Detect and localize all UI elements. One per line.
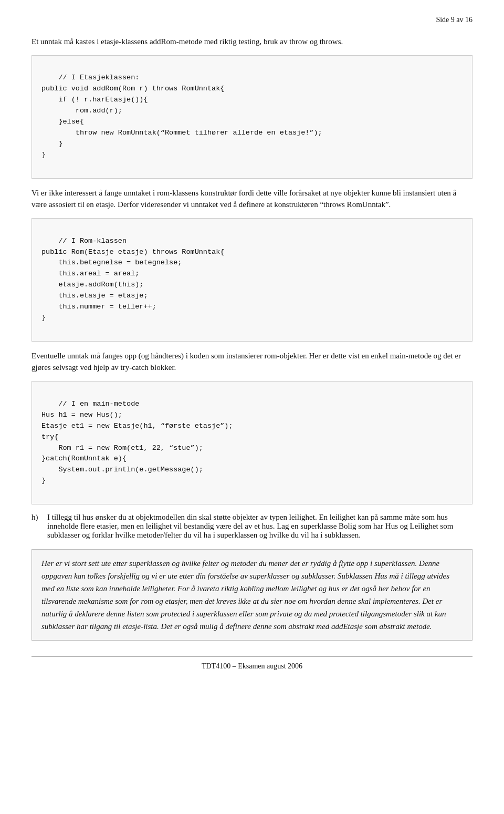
paragraph-2-text: Vi er ikke interessert å fange unntaket … [32, 189, 456, 209]
code-text-1: // I Etasjeklassen: public void addRom(R… [41, 74, 322, 158]
footer: TDT4100 – Eksamen august 2006 [32, 656, 472, 671]
code-block-2: // I Rom-klassen public Rom(Etasje etasj… [32, 218, 472, 342]
page: Side 9 av 16 Et unntak må kastes i etasj… [0, 0, 504, 814]
intro-paragraph: Et unntak må kastes i etasje-klassens ad… [32, 36, 472, 48]
section-h-label: h) [32, 513, 43, 540]
paragraph-3-text: Eventuelle unntak må fanges opp (og hånd… [32, 352, 461, 372]
italic-text: Her er vi stort sett ute etter superklas… [41, 559, 449, 631]
page-number: Side 9 av 16 [436, 16, 472, 24]
intro-text: Et unntak må kastes i etasje-klassens ad… [32, 37, 343, 46]
footer-text: TDT4100 – Eksamen august 2006 [202, 662, 302, 670]
code-text-2: // I Rom-klassen public Rom(Etasje etasj… [41, 237, 224, 322]
code-block-3: // I en main-metode Hus h1 = new Hus(); … [32, 381, 472, 504]
page-header: Side 9 av 16 [32, 16, 472, 24]
code-text-3: // I en main-metode Hus h1 = new Hus(); … [41, 400, 233, 485]
code-block-1: // I Etasjeklassen: public void addRom(R… [32, 55, 472, 179]
section-h: h) I tillegg til hus ønsker du at objekt… [32, 513, 472, 540]
section-h-text: I tillegg til hus ønsker du at objektmod… [47, 513, 472, 540]
paragraph-2: Vi er ikke interessert å fange unntaket … [32, 187, 472, 211]
paragraph-3: Eventuelle unntak må fanges opp (og hånd… [32, 350, 472, 374]
italic-paragraph: Her er vi stort sett ute etter superklas… [32, 549, 472, 641]
